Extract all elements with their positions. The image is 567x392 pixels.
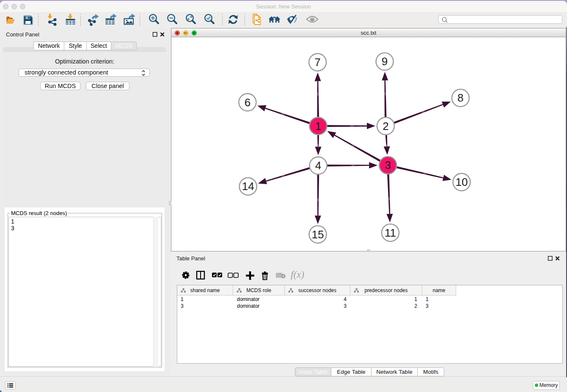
svg-text:2: 2 [383, 120, 388, 133]
svg-text:6: 6 [245, 96, 250, 109]
svg-text:8: 8 [457, 91, 463, 104]
svg-text:14: 14 [242, 180, 254, 193]
svg-text:10: 10 [455, 176, 468, 188]
svg-text:15: 15 [312, 228, 324, 241]
svg-text:9: 9 [382, 55, 388, 68]
svg-text:1: 1 [315, 120, 321, 133]
svg-text:7: 7 [314, 56, 320, 69]
svg-text:11: 11 [385, 226, 396, 239]
svg-text:3: 3 [385, 159, 391, 171]
svg-text:4: 4 [315, 159, 321, 172]
